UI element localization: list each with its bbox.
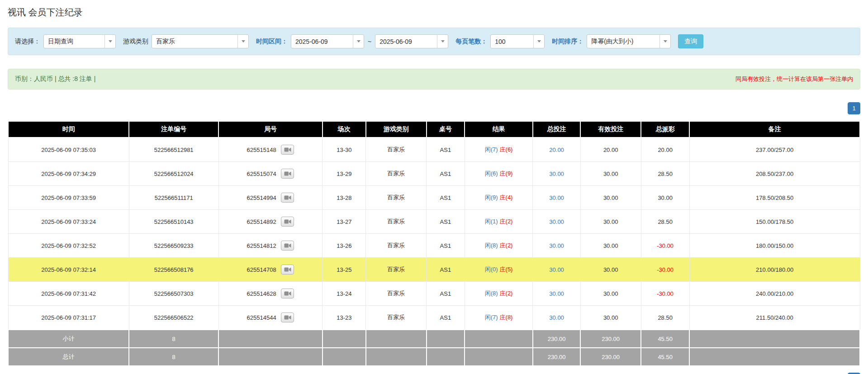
replay-video-button[interactable] <box>281 289 294 298</box>
cell-time: 2025-06-09 07:33:24 <box>8 210 129 234</box>
game-type-label: 游戏类别 <box>123 38 148 46</box>
cell-game-type: 百家乐 <box>366 306 427 330</box>
cell-total-bet: 30.00 <box>533 282 580 306</box>
cell-round: 625514812 <box>218 234 323 258</box>
cell-result: 闲(8)庄(2) <box>465 282 533 306</box>
round-number: 625514994 <box>247 194 276 201</box>
total-bet-link[interactable]: 30.00 <box>549 194 564 201</box>
result-player: 闲(0) <box>485 266 498 273</box>
replay-video-button[interactable] <box>281 217 294 227</box>
total-total-bet: 230.00 <box>533 348 580 366</box>
filter-bar: 请选择： 日期查询 游戏类别 百家乐 时间区间： 2025-06-09 ~ 20… <box>8 28 860 55</box>
cell-total-bet: 30.00 <box>533 186 580 210</box>
table-row[interactable]: 2025-06-09 07:33:24 522566510143 6255148… <box>8 210 860 234</box>
cell-session: 13-23 <box>323 306 366 330</box>
query-type-group: 请选择： 日期查询 <box>15 34 116 48</box>
page-container: 视讯 会员下注纪录 请选择： 日期查询 游戏类别 百家乐 时间区间： 2025-… <box>0 0 868 374</box>
video-camera-icon <box>284 195 291 200</box>
table-row[interactable]: 2025-06-09 07:33:59 522566511171 6255149… <box>8 186 860 210</box>
cell-time: 2025-06-09 07:34:29 <box>8 162 129 186</box>
column-header: 总投注 <box>533 121 580 137</box>
cell-table-no: AS1 <box>427 282 465 306</box>
total-bet-link[interactable]: 30.00 <box>549 218 564 225</box>
cell-round: 625515074 <box>218 162 323 186</box>
table-row[interactable]: 2025-06-09 07:31:17 522566506522 6255145… <box>8 306 860 330</box>
sort-group: 时间排序： 降幂(由大到小) <box>552 34 671 48</box>
cell-valid-bet: 30.00 <box>580 162 641 186</box>
column-header: 时间 <box>8 121 129 137</box>
result-player: 闲(6) <box>485 170 498 177</box>
replay-video-button[interactable] <box>281 312 294 322</box>
cell-result: 闲(8)庄(2) <box>465 234 533 258</box>
cell-result: 闲(6)庄(9) <box>465 162 533 186</box>
table-row[interactable]: 2025-06-09 07:32:52 522566509233 6255148… <box>8 234 860 258</box>
query-type-label: 请选择： <box>15 38 40 46</box>
game-type-select[interactable]: 百家乐 <box>152 34 249 48</box>
total-bet-link[interactable]: 30.00 <box>549 314 564 321</box>
page-1-button[interactable]: 1 <box>848 102 860 114</box>
chevron-down-icon[interactable] <box>659 35 670 48</box>
empty-cell <box>427 330 465 348</box>
cell-valid-bet: 30.00 <box>580 186 641 210</box>
round-number: 625514892 <box>247 218 276 225</box>
total-bet-link[interactable]: 30.00 <box>549 170 564 177</box>
cell-time: 2025-06-09 07:31:17 <box>8 306 129 330</box>
chevron-down-icon[interactable] <box>237 35 248 48</box>
result-player: 闲(9) <box>485 194 498 201</box>
replay-video-button[interactable] <box>281 145 294 155</box>
table-row[interactable]: 2025-06-09 07:34:29 522566512024 6255150… <box>8 162 860 186</box>
date-to-value: 2025-06-09 <box>375 35 437 48</box>
table-row[interactable]: 2025-06-09 07:35:03 522566512981 6255151… <box>8 137 860 162</box>
column-header: 场次 <box>323 121 366 137</box>
round-number: 625514812 <box>247 242 276 249</box>
chevron-down-icon[interactable] <box>104 35 115 48</box>
total-bet-link[interactable]: 30.00 <box>549 290 564 297</box>
cell-time: 2025-06-09 07:32:14 <box>8 258 129 282</box>
subtotal-row: 小计 8 230.00 230.00 45.50 <box>8 330 860 348</box>
chevron-down-icon[interactable] <box>437 35 448 48</box>
replay-video-button[interactable] <box>281 241 294 251</box>
total-bet-link[interactable]: 30.00 <box>549 266 564 273</box>
replay-video-button[interactable] <box>281 169 294 179</box>
cell-total-bet: 30.00 <box>533 234 580 258</box>
round-number: 625514708 <box>247 266 276 273</box>
cell-game-type: 百家乐 <box>366 282 427 306</box>
cell-round: 625515148 <box>218 137 323 162</box>
replay-video-button[interactable] <box>281 265 294 275</box>
cell-round: 625514628 <box>218 282 323 306</box>
result-banker: 庄(2) <box>500 218 513 225</box>
total-bet-link[interactable]: 20.00 <box>549 147 564 153</box>
result-banker: 庄(6) <box>500 146 513 153</box>
page-size-value: 100 <box>491 35 533 48</box>
column-header: 局号 <box>218 121 323 137</box>
date-from-select[interactable]: 2025-06-09 <box>291 34 364 48</box>
chevron-down-icon[interactable] <box>353 35 364 48</box>
cell-result: 闲(1)庄(2) <box>465 210 533 234</box>
cell-payout: 28.50 <box>641 306 689 330</box>
video-camera-icon <box>284 243 291 248</box>
total-bet-link[interactable]: 30.00 <box>549 242 564 249</box>
cell-remark: 240.00/210.00 <box>689 282 860 306</box>
query-type-select[interactable]: 日期查询 <box>43 34 116 48</box>
search-button[interactable]: 查询 <box>678 34 703 48</box>
page-size-label: 每页笔数： <box>455 38 487 46</box>
chevron-down-icon[interactable] <box>533 35 544 48</box>
page-size-select[interactable]: 100 <box>490 34 545 48</box>
empty-cell <box>465 330 533 348</box>
replay-video-button[interactable] <box>281 193 294 203</box>
video-camera-icon <box>284 147 291 152</box>
cell-session: 13-26 <box>323 234 366 258</box>
table-row[interactable]: 2025-06-09 07:32:14 522566508176 6255147… <box>8 258 860 282</box>
date-to-select[interactable]: 2025-06-09 <box>375 34 448 48</box>
cell-game-type: 百家乐 <box>366 258 427 282</box>
cell-table-no: AS1 <box>427 137 465 162</box>
cell-session: 13-25 <box>323 258 366 282</box>
result-banker: 庄(5) <box>500 266 513 273</box>
sort-select[interactable]: 降幂(由大到小) <box>587 34 671 48</box>
table-row[interactable]: 2025-06-09 07:31:42 522566507303 6255146… <box>8 282 860 306</box>
video-camera-icon <box>284 291 291 296</box>
page-title: 视讯 会员下注纪录 <box>8 6 860 19</box>
cell-result: 闲(7)庄(6) <box>465 137 533 162</box>
subtotal-count: 8 <box>129 330 218 348</box>
empty-cell <box>323 348 366 366</box>
